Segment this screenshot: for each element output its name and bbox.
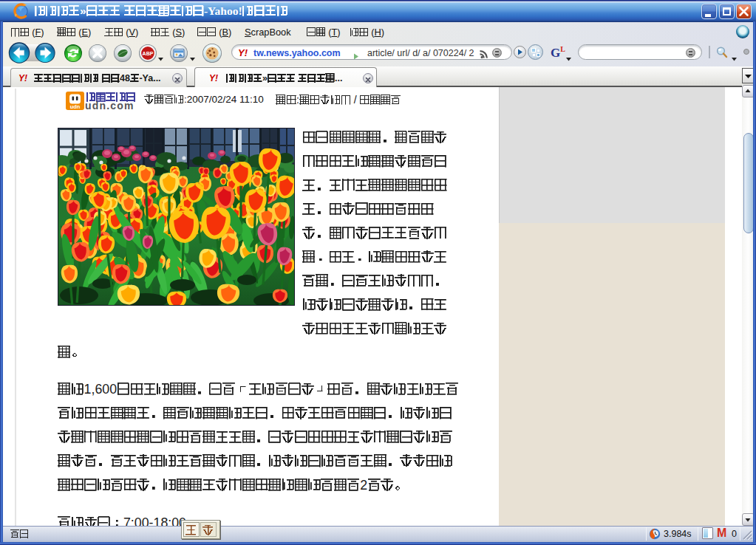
svg-text:ABP: ABP bbox=[143, 51, 154, 56]
svg-text:udn: udn bbox=[70, 103, 81, 110]
